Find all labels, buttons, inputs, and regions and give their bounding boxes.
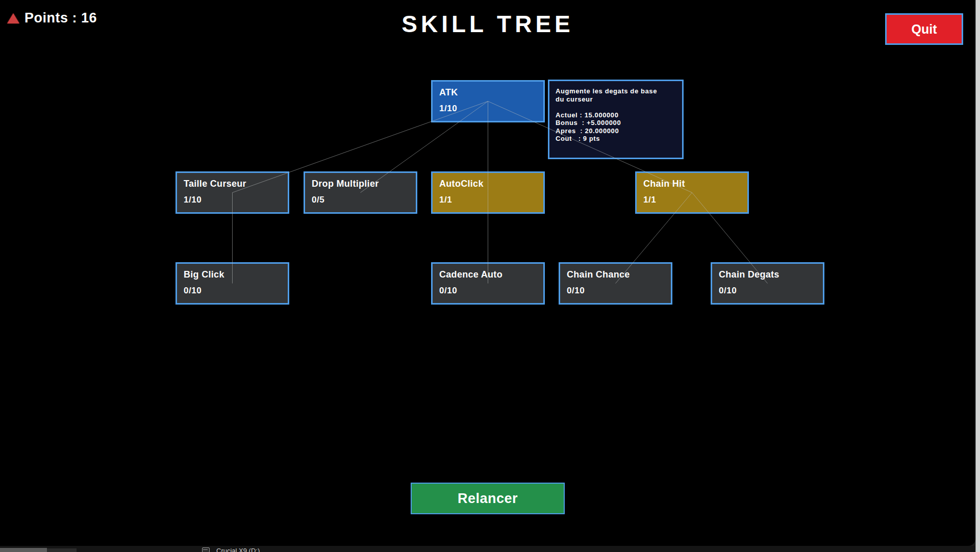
- skill-node-chain-chance[interactable]: Chain Chance0/10: [559, 262, 672, 305]
- skill-node-label: Drop Multiplier: [312, 179, 409, 189]
- taskbar-gray-segment: [0, 548, 47, 552]
- atk-tooltip: Augmente les degats de base du curseur A…: [548, 80, 684, 159]
- desktop-background: Crucial X9 (D:) Points : 16 SKILL TREE Q…: [0, 0, 980, 552]
- page-title: SKILL TREE: [0, 10, 975, 38]
- skill-node-level: 1/1: [439, 195, 537, 205]
- skill-node-level: 1/1: [643, 195, 741, 205]
- skill-node-atk[interactable]: ATK1/10: [431, 80, 545, 122]
- skill-node-label: Taille Curseur: [184, 179, 281, 189]
- skill-node-label: AutoClick: [439, 179, 537, 189]
- skill-node-label: Chain Degats: [719, 269, 816, 280]
- skill-node-label: ATK: [439, 87, 537, 98]
- skill-node-label: Chain Chance: [567, 269, 664, 280]
- taskbar-sliver: Crucial X9 (D:): [0, 546, 975, 552]
- skill-node-autoclick[interactable]: AutoClick1/1: [431, 171, 545, 214]
- skill-node-level: 1/10: [439, 104, 537, 114]
- skill-node-level: 1/10: [184, 195, 281, 205]
- drive-icon: [202, 547, 210, 552]
- skill-node-drop-multiplier[interactable]: Drop Multiplier0/5: [304, 171, 417, 214]
- skill-node-chain-hit[interactable]: Chain Hit1/1: [635, 171, 749, 214]
- drive-label: Crucial X9 (D:): [216, 547, 260, 552]
- skill-node-level: 0/10: [567, 286, 664, 296]
- skill-node-cadence-auto[interactable]: Cadence Auto0/10: [431, 262, 545, 305]
- skill-node-label: Cadence Auto: [439, 269, 537, 280]
- skill-node-level: 0/10: [184, 286, 281, 296]
- quit-button[interactable]: Quit: [885, 13, 963, 45]
- skill-node-level: 0/10: [439, 286, 537, 296]
- atk-tooltip-text: Augmente les degats de base du curseur A…: [556, 87, 676, 143]
- taskbar-gray-segment-dim: [47, 548, 77, 552]
- skill-node-taille-curseur[interactable]: Taille Curseur1/10: [175, 171, 289, 214]
- skill-tree-screen: Points : 16 SKILL TREE Quit ATK1/10Taill…: [0, 0, 975, 546]
- skill-node-big-click[interactable]: Big Click0/10: [175, 262, 289, 305]
- relancer-button[interactable]: Relancer: [411, 483, 565, 514]
- skill-node-label: Chain Hit: [643, 179, 741, 189]
- skill-node-level: 0/5: [312, 195, 409, 205]
- background-window-edge: [975, 0, 980, 552]
- skill-node-chain-degats[interactable]: Chain Degats0/10: [711, 262, 824, 305]
- skill-node-label: Big Click: [184, 269, 281, 280]
- skill-node-level: 0/10: [719, 286, 816, 296]
